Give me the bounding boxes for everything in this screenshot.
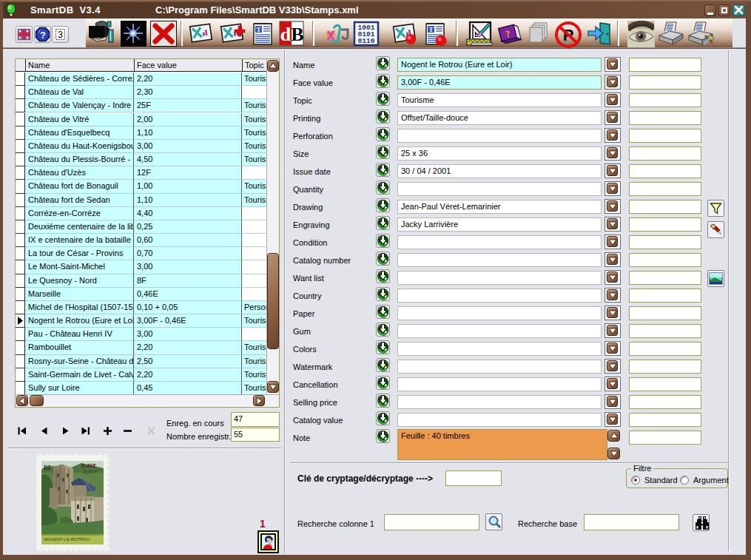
svg-text:0110: 0110: [358, 37, 375, 45]
svg-text:RF: RF: [44, 465, 52, 471]
svg-text:T: T: [256, 26, 260, 33]
svg-text:T: T: [428, 26, 433, 33]
svg-text:d: d: [280, 24, 292, 45]
svg-text:0,46€: 0,46€: [81, 462, 97, 469]
svg-text:B: B: [291, 24, 303, 45]
svg-text:?: ?: [40, 30, 46, 41]
svg-text:NOGENT-LE-ROTROU: NOGENT-LE-ROTROU: [44, 537, 90, 542]
svg-text:3: 3: [58, 30, 63, 40]
svg-text:3,00 F: 3,00 F: [83, 469, 98, 474]
